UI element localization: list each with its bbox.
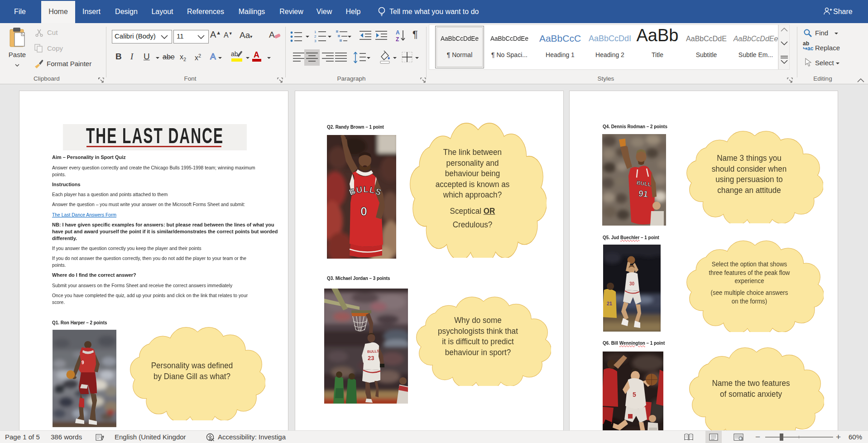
svg-text:1: 1: [314, 30, 317, 34]
svg-text:5: 5: [633, 391, 636, 398]
svg-text:30: 30: [629, 281, 635, 286]
svg-text:BULLS: BULLS: [367, 349, 380, 354]
svg-text:23: 23: [368, 355, 374, 361]
svg-text:0: 0: [360, 205, 367, 218]
svg-text:21: 21: [607, 301, 612, 306]
svg-text:3: 3: [314, 39, 317, 43]
svg-text:Z: Z: [396, 36, 399, 42]
svg-text:A: A: [396, 29, 400, 36]
svg-text:9: 9: [82, 360, 84, 365]
svg-text:2: 2: [314, 34, 317, 39]
svg-text:91: 91: [638, 188, 649, 199]
